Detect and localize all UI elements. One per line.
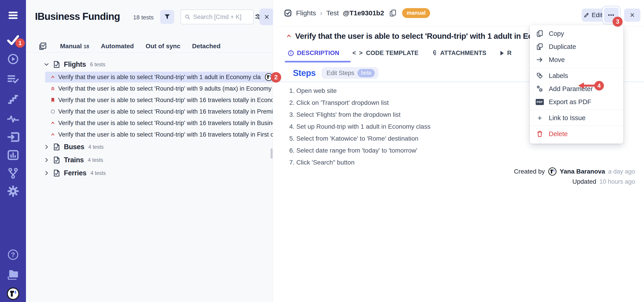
- priority-high-icon: [50, 132, 56, 137]
- edit-label: Edit: [592, 11, 602, 19]
- search-input[interactable]: [193, 13, 250, 20]
- tab-attachments[interactable]: ATTACHMENTS: [432, 49, 486, 56]
- close-list-panel-button[interactable]: ×: [260, 8, 274, 25]
- suite-label: Flights: [64, 60, 86, 68]
- help-icon[interactable]: ?: [8, 250, 18, 260]
- suite-row-flights[interactable]: Flights 6 tests: [26, 59, 273, 70]
- menu-item-move[interactable]: Move: [530, 53, 623, 66]
- test-title: Verify that the user is able to select '…: [58, 97, 273, 104]
- copy-id-icon[interactable]: [389, 9, 397, 17]
- branches-icon[interactable]: [7, 167, 19, 179]
- menu-item-copy[interactable]: Copy: [530, 27, 623, 40]
- workspace-avatar[interactable]: [6, 287, 20, 300]
- bulk-edit-icon[interactable]: [38, 42, 47, 50]
- menu-item-duplicate[interactable]: Duplicate: [530, 40, 623, 53]
- trash-icon: [536, 130, 544, 137]
- detail-tabs: DESCRIPTION < > CODE TEMPLATE ATTACHMENT…: [288, 49, 512, 56]
- tab-out-of-sync[interactable]: Out of sync: [146, 43, 180, 50]
- test-row-selected[interactable]: Verify that the user is able to select '…: [45, 72, 273, 82]
- tab-automated[interactable]: Automated: [101, 43, 134, 50]
- suite-count: 6 tests: [90, 61, 106, 68]
- test-list-panel: IBusiness Funding 18 tests × Manual18 Au…: [26, 0, 273, 302]
- plus-icon: +: [536, 114, 544, 122]
- edit-steps-button[interactable]: Edit Steps beta: [322, 67, 378, 79]
- menu-item-labels[interactable]: Labels: [530, 69, 623, 82]
- tab-code-template[interactable]: < > CODE TEMPLATE: [352, 49, 418, 56]
- test-row[interactable]: Verify that the user is able to select '…: [45, 106, 273, 117]
- test-row[interactable]: Verify that the user is able to select '…: [45, 118, 273, 128]
- menu-divider: [530, 110, 623, 110]
- test-row[interactable]: Verify that the user is able to select '…: [45, 95, 273, 105]
- plans-list-check-icon[interactable]: [7, 74, 20, 85]
- suite-row-trains[interactable]: Trains 4 tests: [26, 154, 273, 166]
- breadcrumb-test-label: Test: [326, 9, 339, 17]
- author-avatar: [548, 167, 557, 176]
- created-time: a day ago: [608, 168, 635, 175]
- priority-high-icon: [50, 74, 56, 80]
- hamburger-menu-icon[interactable]: [7, 11, 19, 20]
- runs-play-icon[interactable]: [7, 53, 19, 65]
- tab-detached[interactable]: Detached: [192, 43, 220, 50]
- suite-file-icon: [53, 169, 60, 177]
- beta-badge: beta: [358, 69, 375, 77]
- question-glyph: ?: [8, 250, 18, 260]
- close-detail-button[interactable]: ×: [624, 8, 640, 22]
- menu-item-delete[interactable]: Delete: [530, 127, 623, 140]
- suite-row-ferries[interactable]: Ferries 4 tests: [26, 167, 273, 179]
- pencil-icon: [584, 12, 590, 18]
- search-box[interactable]: [180, 9, 254, 24]
- step-item: Open web site: [289, 85, 430, 97]
- step-item: Select 'Flights' from the dropdown list: [289, 109, 430, 121]
- tab-run[interactable]: R: [500, 49, 512, 56]
- test-row[interactable]: Verify that the user is able to select '…: [45, 129, 273, 140]
- breadcrumb-suite[interactable]: Flights: [296, 9, 316, 17]
- menu-item-export-pdf[interactable]: PDF Export as PDF: [530, 95, 623, 108]
- test-title: Verify that the user is able to select '…: [58, 85, 273, 92]
- steps-stairs-icon[interactable]: [7, 94, 19, 105]
- test-title: Verify that the user is able to select '…: [58, 120, 273, 127]
- list-scrollbar[interactable]: [270, 148, 272, 159]
- menu-item-link-to-issue[interactable]: + Link to Issue: [530, 111, 623, 124]
- import-icon[interactable]: [6, 131, 20, 143]
- pulse-activity-icon[interactable]: [7, 114, 20, 123]
- funnel-icon: [163, 13, 171, 21]
- author-name: Yana Baranova: [560, 168, 605, 175]
- suite-count: 4 tests: [88, 144, 104, 150]
- steps-list: Open web site Click on 'Transport' dropd…: [289, 85, 430, 168]
- tab-manual[interactable]: Manual18: [60, 43, 89, 50]
- paperclip-icon: [432, 50, 438, 56]
- suite-file-icon: [53, 156, 60, 164]
- filter-button[interactable]: [160, 10, 174, 24]
- steps-heading: Steps: [293, 68, 316, 78]
- tab-description[interactable]: DESCRIPTION: [288, 49, 339, 56]
- chevron-right-icon[interactable]: [44, 170, 50, 176]
- tag-icon: [536, 72, 544, 79]
- annotation-badge-3: 3: [613, 17, 622, 26]
- suite-label: Buses: [64, 143, 84, 151]
- annotation-badge-1: 1: [15, 38, 25, 48]
- test-title: Verify that the user is able to select '…: [58, 74, 261, 81]
- step-item: Click 'Search" button: [289, 156, 430, 168]
- chevron-right-icon[interactable]: [44, 157, 50, 163]
- settings-gear-icon[interactable]: [7, 185, 19, 197]
- test-checkbox-icon: [284, 9, 292, 17]
- suite-row-buses[interactable]: Buses 4 tests: [26, 141, 273, 153]
- chevron-right-icon[interactable]: [44, 144, 50, 150]
- analytics-chart-icon[interactable]: [7, 149, 19, 161]
- step-item: Set up Round-trip with 1 adult in Econom…: [289, 121, 430, 133]
- close-icon: ×: [630, 10, 634, 20]
- suite-label: Ferries: [64, 169, 86, 177]
- projects-folder-icon[interactable]: [7, 269, 20, 280]
- test-row[interactable]: Verify that the user is able to select '…: [45, 83, 273, 94]
- menu-item-add-parameter[interactable]: Add Parameter: [530, 82, 623, 95]
- annotation-badge-2: 2: [271, 72, 281, 82]
- step-item: Select from 'Katowice' to 'Rome' destina…: [289, 133, 430, 144]
- close-icon: ×: [264, 12, 269, 22]
- parameter-gears-icon: [536, 85, 544, 93]
- edit-button[interactable]: Edit: [582, 8, 604, 22]
- updated-label: Updated: [572, 178, 596, 185]
- chevron-down-icon[interactable]: [44, 61, 50, 67]
- test-title: Verify that the user is able to select '…: [58, 108, 273, 115]
- created-by-row: Created by Yana Baranova a day ago: [514, 167, 635, 176]
- step-item: Select date range from 'today' to 'tomor…: [289, 144, 430, 156]
